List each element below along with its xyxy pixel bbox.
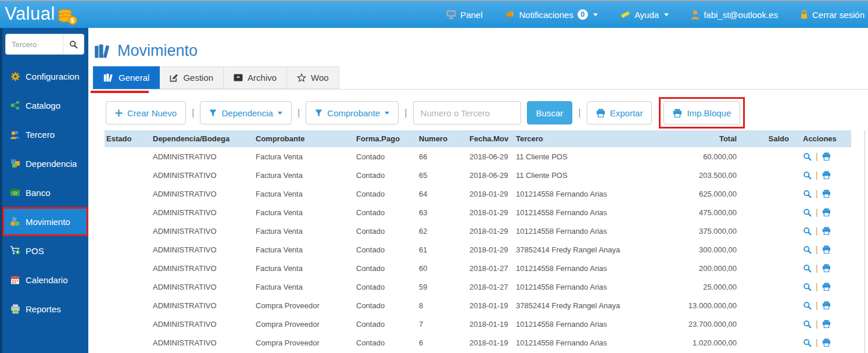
print-action-icon[interactable] bbox=[822, 245, 831, 254]
cell-total: 200.000,00 bbox=[662, 264, 738, 273]
cell-comprobante: Factura Venta bbox=[254, 283, 354, 291]
buscar-button[interactable]: Buscar bbox=[527, 101, 573, 124]
panel-menu-item[interactable]: Panel bbox=[446, 10, 482, 20]
cell-dependencia: ADMINISTRATIVO bbox=[151, 152, 254, 161]
table-row: ADMINISTRATIVO Factura Venta Contado 66 … bbox=[105, 147, 851, 166]
lock-icon bbox=[800, 10, 808, 19]
crear-nuevo-button[interactable]: Crear Nuevo bbox=[106, 101, 186, 124]
tab-general[interactable]: General bbox=[93, 66, 160, 89]
panel-label: Panel bbox=[460, 10, 482, 20]
imp-bloque-button[interactable]: Imp.Bloque bbox=[663, 101, 740, 124]
sidebar-item-movimiento[interactable]: Movimiento bbox=[2, 207, 88, 236]
logout-menu-item[interactable]: Cerrar sesión bbox=[800, 10, 865, 20]
print-action-icon[interactable] bbox=[822, 283, 831, 291]
sidebar-item-label: Reportes bbox=[26, 304, 61, 314]
tab-woo[interactable]: Woo bbox=[287, 66, 339, 89]
view-action-icon[interactable] bbox=[803, 320, 812, 329]
cell-fecha-mov: 2018-01-19 bbox=[468, 338, 514, 347]
cell-numero: 65 bbox=[417, 171, 468, 180]
view-action-icon[interactable] bbox=[803, 171, 812, 180]
tab-archivo[interactable]: Archivo bbox=[224, 66, 287, 89]
toolbar-separator: | bbox=[297, 107, 300, 119]
cell-tercero: 11 Cliente POS bbox=[514, 152, 662, 161]
wallet-icon: $ bbox=[10, 188, 20, 197]
logout-label: Cerrar sesión bbox=[812, 10, 865, 20]
view-action-icon[interactable] bbox=[803, 208, 812, 217]
column-header: Forma.Pago bbox=[354, 134, 417, 143]
print-action-icon[interactable] bbox=[822, 152, 831, 161]
brand-logo[interactable]: Valual $ bbox=[5, 5, 77, 25]
view-action-icon[interactable] bbox=[803, 152, 812, 161]
user-menu-item[interactable]: fabi_st@outlook.es bbox=[691, 10, 778, 20]
cell-forma-pago: Contado bbox=[354, 283, 417, 291]
view-action-icon[interactable] bbox=[803, 283, 812, 291]
sidebar-item-catalogo[interactable]: Catalogo bbox=[2, 91, 88, 120]
action-separator: | bbox=[816, 152, 818, 161]
print-action-icon[interactable] bbox=[822, 171, 831, 179]
dependencia-label: Dependencia bbox=[221, 108, 272, 118]
chevron-down-icon bbox=[593, 13, 598, 16]
sidebar-item-configuracion[interactable]: Configuracion bbox=[2, 62, 88, 91]
notificaciones-menu-item[interactable]: Notificaciones 0 bbox=[505, 9, 598, 20]
table-row: ADMINISTRATIVO Factura Venta Contado 63 … bbox=[105, 203, 851, 222]
comprobante-label: Comprobante bbox=[327, 108, 380, 118]
column-header: Estado bbox=[105, 134, 151, 143]
sidebar-search-input[interactable] bbox=[6, 34, 63, 54]
ayuda-menu-item[interactable]: Ayuda bbox=[620, 10, 669, 20]
print-action-icon[interactable] bbox=[822, 301, 831, 309]
cell-total: 1.020.000,00 bbox=[662, 338, 738, 347]
cell-forma-pago: Contado bbox=[354, 245, 417, 254]
notification-count-badge: 0 bbox=[578, 9, 588, 20]
action-separator: | bbox=[816, 301, 818, 310]
cell-comprobante: Compra Proveedor bbox=[254, 301, 354, 310]
tab-label: General bbox=[119, 73, 149, 83]
sidebar-item-pos[interactable]: POS bbox=[2, 236, 88, 265]
print-action-icon[interactable] bbox=[822, 208, 831, 216]
sidebar-search-button[interactable] bbox=[63, 34, 84, 54]
cell-comprobante: Factura Venta bbox=[254, 264, 354, 273]
star-icon bbox=[297, 73, 306, 82]
print-action-icon[interactable] bbox=[822, 320, 831, 328]
view-action-icon[interactable] bbox=[803, 301, 812, 310]
notificaciones-label: Notificaciones bbox=[519, 10, 573, 20]
cell-dependencia: ADMINISTRATIVO bbox=[151, 338, 254, 347]
chevron-down-icon bbox=[385, 112, 389, 115]
cell-comprobante: Compra Proveedor bbox=[254, 320, 354, 329]
sidebar-item-calendario[interactable]: Calendario bbox=[2, 265, 88, 294]
print-action-icon[interactable] bbox=[822, 338, 831, 347]
sidebar-item-label: Configuracion bbox=[26, 72, 80, 81]
dependencia-dropdown[interactable]: Dependencia bbox=[200, 101, 291, 124]
cell-total: 25.000,00 bbox=[662, 283, 738, 291]
cell-total: 300.000,00 bbox=[662, 245, 738, 254]
view-action-icon[interactable] bbox=[803, 264, 812, 273]
view-action-icon[interactable] bbox=[803, 227, 812, 236]
sidebar-item-reportes[interactable]: Reportes bbox=[2, 294, 88, 323]
tab-gestion[interactable]: Gestion bbox=[160, 66, 224, 89]
comprobante-dropdown[interactable]: Comprobante bbox=[306, 101, 399, 124]
view-action-icon[interactable] bbox=[803, 338, 812, 347]
main-content: Movimiento General Gestion Archivo bbox=[91, 28, 868, 353]
sidebar-item-dependencia[interactable]: Dependencia bbox=[2, 149, 88, 178]
exportar-button[interactable]: Exportar bbox=[587, 101, 652, 124]
scrollbar-track-edge[interactable] bbox=[865, 130, 865, 353]
print-action-icon[interactable] bbox=[822, 190, 831, 198]
cell-numero: 7 bbox=[417, 320, 468, 329]
column-header: Dependencia/Bodega bbox=[151, 134, 254, 143]
tab-bar: General Gestion Archivo Woo bbox=[93, 66, 339, 89]
calendar-icon bbox=[10, 275, 20, 284]
view-action-icon[interactable] bbox=[803, 190, 812, 198]
view-action-icon[interactable] bbox=[803, 245, 812, 254]
cell-tercero: 11 Cliente POS bbox=[514, 171, 662, 180]
cell-comprobante: Factura Venta bbox=[254, 190, 354, 198]
print-action-icon[interactable] bbox=[822, 227, 831, 235]
cell-numero: 6 bbox=[417, 338, 468, 347]
imp-bloque-label: Imp.Bloque bbox=[687, 108, 731, 118]
sidebar-item-banco[interactable]: $ Banco bbox=[2, 178, 88, 207]
blocks-icon bbox=[10, 217, 20, 226]
print-action-icon[interactable] bbox=[822, 264, 831, 272]
sidebar-item-tercero[interactable]: Tercero bbox=[2, 120, 88, 149]
cell-dependencia: ADMINISTRATIVO bbox=[151, 320, 254, 329]
action-separator: | bbox=[816, 319, 818, 329]
cell-total: 13.000.000,00 bbox=[662, 301, 738, 310]
numero-tercero-input[interactable] bbox=[413, 101, 521, 124]
